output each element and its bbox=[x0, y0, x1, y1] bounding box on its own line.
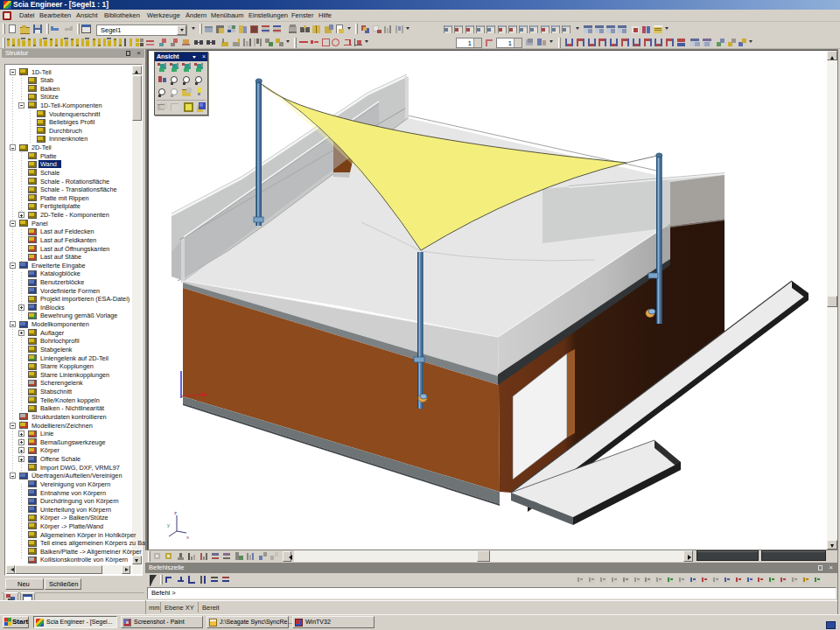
svg-text:x: x bbox=[197, 397, 200, 402]
svg-text:x: x bbox=[186, 535, 189, 540]
svg-text:z: z bbox=[174, 510, 177, 515]
svg-text:y: y bbox=[167, 522, 170, 528]
